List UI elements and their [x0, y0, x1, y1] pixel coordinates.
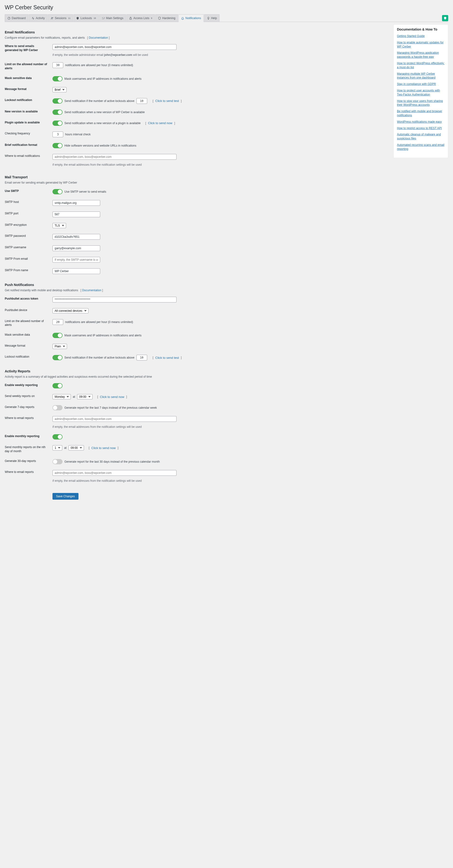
brief-label: Brief notification format: [5, 143, 53, 147]
smtp-port-input[interactable]: [53, 212, 100, 217]
gen7-toggle[interactable]: [53, 405, 63, 410]
sidebar-link[interactable]: Automated recurring scans and email repo…: [397, 143, 445, 151]
bell-icon: [181, 17, 184, 20]
tab-dashboard[interactable]: Dashboard: [5, 14, 28, 22]
smtp-from-email-input[interactable]: [53, 257, 100, 262]
weekly-toggle[interactable]: [53, 383, 63, 389]
push-doc-link[interactable]: Documentation: [82, 289, 101, 292]
where-notif-hint: if empty, the email addresses from the n…: [53, 163, 389, 166]
push-device-label: Pushbullet device: [5, 308, 53, 312]
push-limit-input[interactable]: [53, 319, 63, 325]
plugin-test-link[interactable]: Click to send now: [148, 121, 172, 125]
cerber-badge[interactable]: [442, 15, 448, 21]
sidebar-link[interactable]: How to restrict access to REST API: [397, 126, 445, 130]
check-label: Checking frequency: [5, 131, 53, 135]
tab-main-settings[interactable]: Main Settings: [99, 14, 126, 22]
monthly-day-select[interactable]: 1: [53, 445, 62, 451]
smtp-user-input[interactable]: [53, 245, 100, 251]
brief-toggle[interactable]: [53, 143, 63, 148]
weekly-on-label: Send weekly reports on: [5, 394, 53, 398]
sidebar-link[interactable]: Stay in compliance with GDPR: [397, 82, 445, 86]
lockout-test-link[interactable]: Click to send test: [155, 99, 179, 103]
sidebar-link[interactable]: How to protect user accounts with Two-Fa…: [397, 89, 445, 97]
save-button[interactable]: Save Changes: [53, 493, 78, 500]
email-doc-link[interactable]: Documentation: [89, 36, 108, 39]
tab-bar: Dashboard Activity Sessions11 Lockouts16…: [5, 14, 448, 22]
lockout-toggle[interactable]: [53, 98, 63, 103]
push-lockout-test-link[interactable]: Click to send test: [155, 356, 179, 360]
tab-notifications[interactable]: Notifications: [179, 14, 203, 22]
push-lockout-toggle[interactable]: [53, 355, 63, 360]
smtp-heading: Mail Transport: [5, 175, 389, 179]
lightbulb-icon: [207, 17, 210, 20]
push-limit-label: Limit on the allowed number of alerts: [5, 319, 53, 327]
sidebar-link[interactable]: WordPress notifications made easy: [397, 120, 445, 124]
plugin-label: Plugin update is available: [5, 121, 53, 125]
push-device-select[interactable]: All connected devices: [53, 308, 89, 313]
monthly-time-select[interactable]: 09:00: [68, 445, 84, 451]
page-title: WP Cerber Security: [5, 4, 448, 11]
monthly-toggle[interactable]: [53, 434, 63, 439]
plugin-toggle[interactable]: [53, 121, 63, 126]
monthly-send-link[interactable]: Click to send now: [91, 446, 116, 450]
where-reports2-label: Where to email reports: [5, 470, 53, 474]
sidebar-link[interactable]: How to stop your users from sharing thei…: [397, 99, 445, 107]
gen7-label: Generate 7-day reports: [5, 405, 53, 409]
tab-hardening[interactable]: Hardening: [155, 14, 178, 22]
sidebar-link[interactable]: Be notified with mobile and browser noti…: [397, 109, 445, 118]
push-lockout-value-input[interactable]: [136, 355, 147, 361]
tab-sessions[interactable]: Sessions11: [48, 14, 73, 22]
push-format-select[interactable]: Plain: [53, 344, 67, 349]
where-reports2-input[interactable]: [53, 470, 176, 476]
push-mask-toggle[interactable]: [53, 333, 63, 338]
sidebar-link[interactable]: Automatic cleanup of malware and suspici…: [397, 132, 445, 141]
email-heading: Email Notifications: [5, 30, 389, 34]
tab-access-lists[interactable]: Access Lists9: [126, 14, 155, 22]
gen30-hint: Generate report for the last 30 days ins…: [64, 460, 160, 463]
smtp-from-name-input[interactable]: [53, 268, 100, 274]
lockout-value-input[interactable]: [136, 98, 147, 104]
where-notif-input[interactable]: [53, 154, 176, 160]
sidebar-link[interactable]: How to enable automatic updates for WP C…: [397, 40, 445, 49]
tab-help[interactable]: Help: [204, 14, 220, 22]
check-input[interactable]: [53, 131, 63, 137]
where-reports2-hint: if empty, the email addresses from the n…: [53, 479, 389, 483]
newver-toggle[interactable]: [53, 110, 63, 115]
push-format-label: Message format: [5, 344, 53, 348]
tab-lockouts[interactable]: Lockouts16: [73, 14, 99, 22]
lockout-hint: Send notification if the number of activ…: [64, 99, 134, 103]
svg-point-1: [51, 17, 52, 18]
use-smtp-toggle[interactable]: [53, 189, 63, 194]
sidebar-link[interactable]: Managing multiple WP Cerber instances fr…: [397, 72, 445, 80]
smtp-pass-input[interactable]: [53, 234, 100, 240]
sidebar-link[interactable]: Getting Started Guide: [397, 34, 445, 38]
where-reports-input[interactable]: [53, 416, 176, 422]
weekly-time-select[interactable]: 09:00: [77, 394, 93, 399]
weekly-day-select[interactable]: Monday: [53, 394, 71, 399]
monthly-label: Enable monthly reporting: [5, 434, 53, 438]
lockout-label: Lockout notification: [5, 98, 53, 102]
sidebar-link[interactable]: Managing WordPress application passwords…: [397, 51, 445, 59]
where-to-send-input[interactable]: [53, 44, 176, 50]
format-select[interactable]: Brief: [53, 87, 67, 92]
gen30-toggle[interactable]: [53, 459, 63, 464]
limit-input[interactable]: [53, 62, 63, 68]
weekly-send-link[interactable]: Click to send now: [100, 395, 124, 399]
tab-activity[interactable]: Activity: [29, 14, 47, 22]
mask-label: Mask sensitive data: [5, 76, 53, 80]
reports-heading: Activity Reports: [5, 369, 389, 373]
mask-toggle[interactable]: [53, 76, 63, 82]
smtp-pass-label: SMTP password: [5, 234, 53, 238]
smtp-host-input[interactable]: [53, 200, 100, 206]
push-token-input[interactable]: [53, 297, 176, 303]
svg-point-2: [53, 17, 53, 18]
where-to-send-hint: if empty, the website administrator emai…: [53, 53, 389, 57]
use-smtp-label: Use SMTP: [5, 189, 53, 193]
smtp-enc-select[interactable]: TLS: [53, 223, 66, 228]
smtp-desc: Email server for sending emails generate…: [5, 181, 389, 184]
push-lockout-hint: Send notification if the number of activ…: [64, 356, 134, 359]
weekly-label: Enable weekly reporting: [5, 383, 53, 387]
monthly-on-label: Send monthly reports on the nth day of m…: [5, 445, 53, 453]
sidebar-link[interactable]: How to protect WordPress effectively: a …: [397, 61, 445, 69]
sliders-icon: [102, 17, 105, 20]
